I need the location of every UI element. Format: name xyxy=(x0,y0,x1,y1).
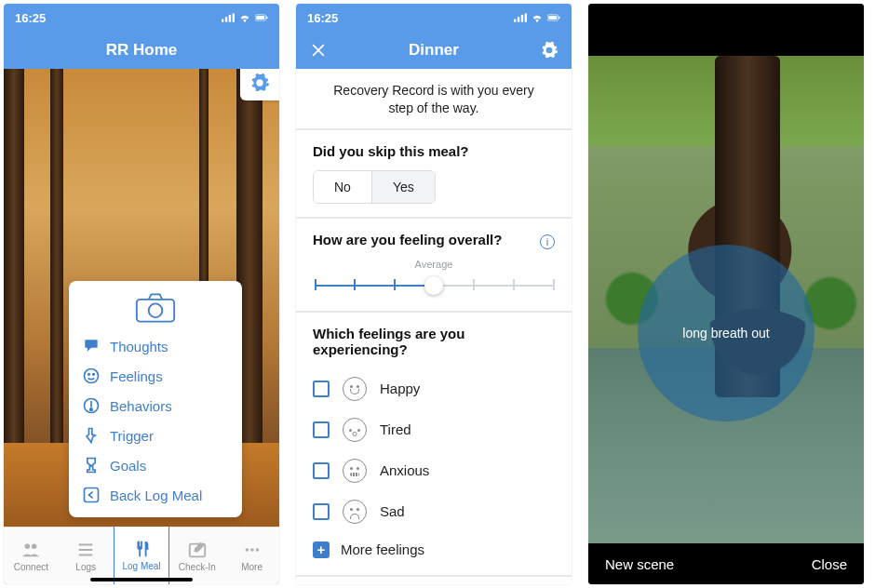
card-item-trigger[interactable]: Trigger xyxy=(82,421,229,450)
thought-icon xyxy=(82,337,101,355)
tab-logs[interactable]: Logs xyxy=(59,528,114,584)
status-time: 16:25 xyxy=(15,11,46,25)
page-title: Dinner xyxy=(328,41,540,60)
svg-point-23 xyxy=(250,548,254,552)
home-indicator[interactable] xyxy=(90,578,193,581)
svg-rect-15 xyxy=(85,488,99,502)
feeling-label: Anxious xyxy=(380,462,429,478)
checkbox[interactable] xyxy=(313,503,330,520)
svg-point-9 xyxy=(85,369,99,383)
meal-icon xyxy=(130,539,153,559)
card-item-backlog[interactable]: Back Log Meal xyxy=(82,480,229,510)
svg-rect-25 xyxy=(514,20,516,22)
question-label: Did you skip this meal? xyxy=(313,143,555,159)
breath-text: long breath out xyxy=(682,326,769,341)
close-button[interactable]: Close xyxy=(812,556,847,572)
question-feelings-list: Which feelings are you experiencing? Hap… xyxy=(296,313,572,575)
camera-button[interactable] xyxy=(82,292,229,324)
card-item-label: Goals xyxy=(110,458,146,474)
page-title: RR Home xyxy=(4,32,279,69)
checkbox[interactable] xyxy=(313,381,330,397)
happy-face-icon xyxy=(343,377,367,401)
more-icon xyxy=(241,540,263,560)
status-icons xyxy=(222,12,268,23)
svg-point-22 xyxy=(245,548,249,552)
gear-icon[interactable] xyxy=(540,41,559,60)
feeling-label: Tired xyxy=(380,421,411,437)
tab-checkin[interactable]: Check-In xyxy=(169,528,224,584)
svg-rect-2 xyxy=(229,15,231,22)
tab-more[interactable]: More xyxy=(224,528,279,584)
card-item-goals[interactable]: Goals xyxy=(82,450,229,480)
behaviors-icon xyxy=(82,396,101,415)
wifi-icon xyxy=(238,12,251,23)
tab-connect[interactable]: Connect xyxy=(4,528,59,584)
svg-point-16 xyxy=(25,544,30,550)
screen-breathing: long breath out New scene Close xyxy=(588,4,864,584)
checkbox[interactable] xyxy=(313,421,330,438)
feeling-option-happy[interactable]: Happy xyxy=(313,368,555,409)
status-icons xyxy=(514,12,560,23)
feeling-option-tired[interactable]: Tired xyxy=(313,409,555,450)
svg-point-10 xyxy=(88,374,90,376)
card-item-label: Feelings xyxy=(110,368,163,384)
status-bar: 16:25 xyxy=(296,4,572,32)
breathing-scene[interactable]: long breath out xyxy=(588,56,864,543)
sad-face-icon xyxy=(343,500,367,524)
question-label: Which feelings are you experiencing? xyxy=(313,326,555,357)
feelings-icon xyxy=(82,367,101,385)
info-icon[interactable]: i xyxy=(540,234,555,249)
seg-option-yes[interactable]: Yes xyxy=(371,171,435,203)
battery-icon xyxy=(547,12,560,23)
tab-log-meal[interactable]: Log Meal xyxy=(114,520,170,584)
more-label: More feelings xyxy=(341,541,424,557)
screen-dinner-log: 16:25 Dinner Recovery Record is with you… xyxy=(296,4,572,584)
card-item-thoughts[interactable]: Thoughts xyxy=(82,331,229,361)
signal-icon xyxy=(514,12,527,23)
card-item-label: Trigger xyxy=(110,428,154,444)
question-label: How are you feeling overall? xyxy=(313,232,555,247)
svg-rect-1 xyxy=(225,17,227,21)
more-feelings-button[interactable]: + More feelings xyxy=(313,532,555,562)
card-item-feelings[interactable]: Feelings xyxy=(82,361,229,391)
feeling-option-anxious[interactable]: Anxious xyxy=(313,450,555,491)
close-icon[interactable] xyxy=(309,41,328,60)
battery-icon xyxy=(255,12,268,23)
connect-icon xyxy=(20,540,42,560)
breath-indicator: long breath out xyxy=(638,245,814,421)
feeling-label: Sad xyxy=(380,503,405,519)
wifi-icon xyxy=(531,12,544,23)
svg-point-17 xyxy=(32,544,36,550)
tab-label: Logs xyxy=(75,562,96,572)
bottom-bar: New scene Close xyxy=(588,543,864,584)
screen-home: 16:25 RR Home Thoughts Feelings xyxy=(4,4,279,584)
checkin-icon xyxy=(186,540,209,560)
svg-rect-7 xyxy=(137,300,174,322)
card-item-label: Back Log Meal xyxy=(110,488,202,503)
settings-button[interactable] xyxy=(240,69,279,100)
feeling-slider[interactable] xyxy=(315,274,553,298)
svg-point-14 xyxy=(90,408,93,411)
card-item-label: Thoughts xyxy=(110,339,168,354)
svg-rect-30 xyxy=(548,16,557,20)
tab-label: Connect xyxy=(14,562,48,572)
tab-bar: Connect Logs Log Meal Check-In More xyxy=(4,527,279,584)
svg-rect-31 xyxy=(559,17,559,20)
new-scene-button[interactable]: New scene xyxy=(605,556,674,572)
nav-bar: Dinner xyxy=(296,32,572,69)
anxious-face-icon xyxy=(343,459,367,483)
svg-point-24 xyxy=(255,548,259,552)
status-bar-blackout xyxy=(588,4,864,30)
svg-rect-3 xyxy=(233,13,235,21)
slider-value-label: Average xyxy=(313,259,555,270)
logs-icon xyxy=(74,540,97,560)
question-feeling-overall: How are you feeling overall? i Average xyxy=(296,219,572,311)
svg-rect-6 xyxy=(266,17,267,20)
seg-option-no[interactable]: No xyxy=(314,171,371,203)
card-item-behaviors[interactable]: Behaviors xyxy=(82,391,229,421)
feeling-option-sad[interactable]: Sad xyxy=(313,491,555,532)
checkbox[interactable] xyxy=(313,462,330,479)
tab-label: Log Meal xyxy=(122,561,160,571)
trigger-icon xyxy=(82,426,101,445)
question-cutoff: Which meal xyxy=(296,577,572,584)
